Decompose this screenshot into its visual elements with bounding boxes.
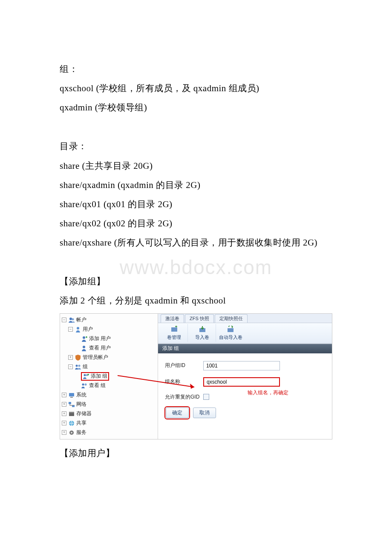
svg-point-1: [72, 318, 74, 320]
dup-gid-label: 允许重复的GID: [165, 393, 203, 401]
tree-view-user-label: 查看 用户: [89, 344, 111, 352]
tab-zfs-snapshot[interactable]: ZFS 快照: [185, 314, 214, 323]
tree-sharing[interactable]: + 共享: [60, 419, 158, 428]
svg-rect-20: [69, 412, 74, 413]
dup-gid-checkbox[interactable]: [203, 394, 209, 400]
tree-accounts[interactable]: − 帐户: [60, 315, 158, 325]
svg-point-3: [83, 336, 85, 339]
annotation-text: 输入组名，再确定: [248, 389, 288, 396]
collapse-icon[interactable]: −: [68, 327, 73, 332]
add-group-icon: [83, 373, 89, 380]
tab-active-volume[interactable]: 激活卷: [161, 314, 184, 323]
tree-add-user[interactable]: 添加 用户: [60, 334, 158, 344]
tree-admin-accounts[interactable]: + 管理员帐户: [60, 353, 158, 362]
tree-system-label: 系统: [76, 391, 86, 399]
tree-users[interactable]: − 用户: [60, 325, 158, 334]
tree-view-group-label: 查看 组: [89, 382, 106, 389]
cancel-button[interactable]: 取消: [193, 408, 216, 418]
svg-rect-15: [69, 393, 74, 396]
tab-bar: 激活卷 ZFS 快照 定期快照任: [158, 314, 332, 323]
svg-rect-28: [228, 328, 233, 332]
dirs-heading: 目录：: [60, 137, 332, 156]
svg-point-14: [85, 383, 87, 385]
groups-heading: 组：: [60, 60, 332, 79]
svg-point-2: [77, 327, 79, 330]
field-group-name: 组名称: [165, 377, 325, 387]
embedded-screenshot: − 帐户 − 用户: [60, 313, 332, 439]
volume-manage-icon: [170, 326, 178, 333]
svg-rect-17: [69, 402, 71, 404]
dialog-title: 添加 组: [158, 344, 332, 353]
tree-view-group[interactable]: 查看 组: [60, 381, 158, 390]
group-name-input[interactable]: [203, 377, 280, 387]
toolbar-auto-import-label: 自动导入卷: [219, 334, 242, 341]
svg-rect-12: [88, 373, 89, 375]
tree-groups-label: 组: [83, 363, 88, 370]
tree-add-group-label: 添加 组: [91, 373, 107, 380]
add-group-description: 添加 2 个组，分别是 qxadmin 和 qxschool: [60, 291, 332, 310]
toolbar-auto-import[interactable]: 自动导入卷: [217, 324, 244, 342]
collapse-icon[interactable]: −: [62, 318, 66, 322]
dir-line-1: share (主共享目录 20G): [60, 156, 332, 176]
group-icon: [75, 364, 81, 370]
svg-rect-24: [171, 327, 177, 332]
tree-system[interactable]: + 系统: [60, 390, 158, 400]
svg-point-9: [84, 374, 86, 376]
toolbar: 卷管理 导入卷 自动导入卷: [158, 323, 332, 344]
svg-point-23: [71, 432, 72, 434]
collapse-icon[interactable]: −: [68, 364, 73, 369]
tree-sharing-label: 共享: [76, 419, 86, 427]
tree-network-label: 网络: [76, 401, 86, 408]
storage-icon: [68, 410, 75, 417]
tree-users-label: 用户: [83, 326, 93, 333]
svg-point-7: [76, 364, 78, 367]
dir-line-2: share/qxadmin (qxadmin 的目录 2G): [60, 176, 332, 195]
expand-icon[interactable]: +: [68, 355, 73, 360]
toolbar-import-volume[interactable]: 导入卷: [189, 324, 216, 342]
toolbar-volume-manage[interactable]: 卷管理: [161, 324, 188, 342]
tree-admin-label: 管理员帐户: [83, 354, 108, 361]
gid-label: 用户组ID: [165, 362, 203, 369]
auto-import-icon: [227, 326, 234, 333]
gid-input[interactable]: [203, 361, 280, 370]
tree-storage-label: 存储器: [76, 410, 92, 417]
expand-icon[interactable]: +: [62, 411, 66, 416]
add-group-dialog: 添加 组 用户组ID 组名称 允许重复的GID: [158, 344, 332, 439]
expand-icon[interactable]: +: [62, 421, 66, 425]
network-icon: [68, 401, 75, 408]
svg-point-13: [82, 383, 84, 385]
field-gid: 用户组ID: [165, 361, 325, 370]
dir-line-4: share/qx02 (qx02 的目录 2G): [60, 214, 332, 233]
tree-add-user-label: 添加 用户: [89, 335, 111, 342]
svg-rect-5: [86, 336, 87, 338]
view-group-icon: [81, 382, 88, 389]
tab-periodic-snapshot[interactable]: 定期快照任: [215, 314, 248, 323]
expand-icon[interactable]: +: [62, 393, 66, 397]
sharing-icon: [68, 420, 75, 427]
tree-view-user[interactable]: 查看 用户: [60, 344, 158, 353]
import-volume-icon: [199, 326, 206, 333]
dir-line-5: share/qxshare (所有人可以写入的目录，用于数据收集时使用 2G): [60, 233, 332, 252]
expand-icon[interactable]: +: [62, 402, 66, 407]
view-user-icon: [81, 345, 88, 352]
users-icon: [68, 317, 75, 324]
tree-services-label: 服务: [76, 429, 86, 436]
add-user-icon: [81, 335, 88, 342]
svg-point-8: [78, 364, 81, 367]
group-name-label: 组名称: [165, 378, 203, 385]
group-line-2: qxadmin (学校领导组): [60, 98, 332, 117]
tree-services[interactable]: + 服务: [60, 428, 158, 437]
tree-add-group[interactable]: 添加 组: [60, 372, 158, 381]
tree-storage[interactable]: + 存储器: [60, 409, 158, 419]
svg-rect-26: [176, 326, 176, 327]
section-add-user-heading: 【添加用户】: [60, 444, 332, 463]
expand-icon[interactable]: +: [62, 430, 66, 435]
tree-groups[interactable]: − 组: [60, 362, 158, 372]
field-allow-dup-gid: 允许重复的GID: [165, 393, 325, 401]
gear-icon: [68, 429, 75, 436]
svg-rect-16: [70, 397, 73, 398]
tree-network[interactable]: + 网络: [60, 400, 158, 409]
ok-button[interactable]: 确定: [166, 408, 189, 418]
tree-accounts-label: 帐户: [76, 316, 86, 324]
group-line-1: qxschool (学校组，所有成员，及 qxadmin 组成员): [60, 79, 332, 98]
